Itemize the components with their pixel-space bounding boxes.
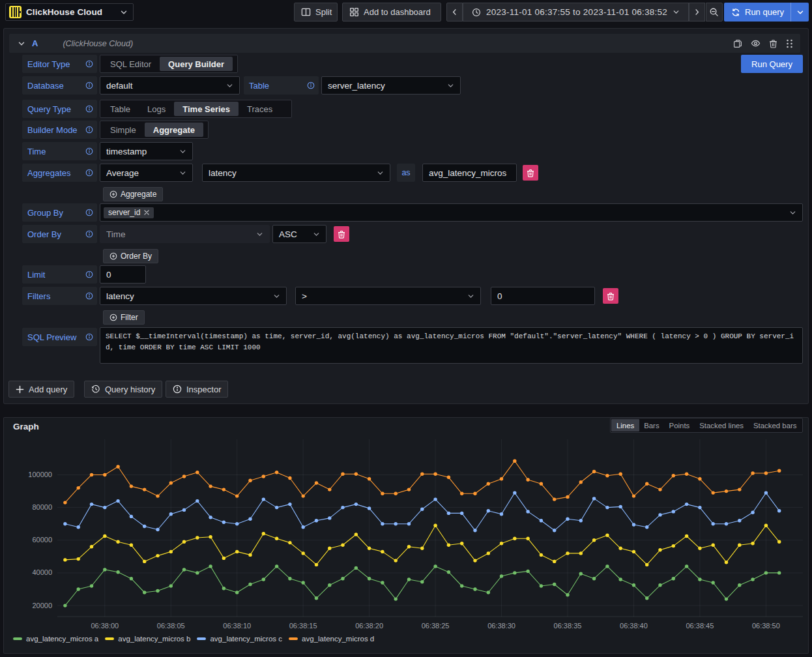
inspector-button[interactable]: Inspector: [166, 381, 228, 398]
query-type-label: Query Type: [22, 100, 97, 118]
add-order-by-button[interactable]: Order By: [103, 249, 158, 263]
filter-operator-select[interactable]: >: [295, 287, 481, 305]
svg-text:06:38:30: 06:38:30: [487, 622, 515, 630]
aggregate-alias-value: avg_latency_micros: [429, 168, 506, 178]
add-aggregate-button[interactable]: Aggregate: [103, 187, 163, 201]
run-query-label: Run query: [745, 7, 784, 17]
filter-field-select[interactable]: latency: [100, 287, 287, 305]
info-icon[interactable]: [85, 270, 93, 278]
aggregate-function-select[interactable]: Average: [100, 164, 193, 182]
hide-response-icon[interactable]: [751, 38, 761, 48]
aggregate-column-select[interactable]: latency: [202, 164, 390, 182]
info-icon[interactable]: [85, 126, 93, 134]
chevron-down-icon: [179, 148, 186, 155]
builder-mode-label: Builder Mode: [22, 121, 97, 139]
query-type-option-traces[interactable]: Traces: [239, 102, 281, 116]
graph-style-points[interactable]: Points: [664, 419, 695, 431]
limit-input[interactable]: 0: [100, 265, 146, 284]
query-editor-card: A (ClickHouse Cloud) Editor Type SQL Edi…: [3, 28, 809, 404]
graph-style-bars[interactable]: Bars: [639, 419, 664, 431]
info-icon[interactable]: [85, 147, 93, 155]
add-to-dashboard-button[interactable]: Add to dashboard: [342, 3, 441, 22]
info-icon[interactable]: [85, 333, 93, 341]
legend-item[interactable]: avg_latency_micros c: [197, 635, 282, 643]
collapse-query-icon[interactable]: [18, 40, 25, 48]
clock-icon: [472, 8, 481, 17]
time-column-value: timestamp: [106, 147, 147, 156]
query-type-switch: Table Logs Time Series Traces: [100, 100, 292, 118]
add-query-button[interactable]: Add query: [8, 381, 74, 398]
run-query-button[interactable]: Run query: [724, 3, 809, 22]
info-icon[interactable]: [85, 105, 93, 113]
svg-text:06:38:05: 06:38:05: [157, 622, 185, 630]
limit-label: Limit: [22, 265, 97, 284]
split-button[interactable]: Split: [294, 3, 338, 22]
graph-panel-title: Graph: [13, 422, 39, 431]
builder-mode-option-simple[interactable]: Simple: [102, 123, 145, 137]
info-icon[interactable]: [307, 81, 315, 89]
info-icon[interactable]: [85, 169, 93, 177]
legend-item[interactable]: avg_latency_micros d: [289, 635, 374, 643]
database-select[interactable]: default: [100, 76, 240, 95]
filters-label-text: Filters: [27, 291, 50, 301]
remove-aggregate-button[interactable]: [523, 165, 538, 181]
time-back-button[interactable]: [446, 3, 463, 22]
remove-query-icon[interactable]: [769, 39, 777, 48]
time-forward-button[interactable]: [689, 3, 705, 22]
duplicate-query-icon[interactable]: [733, 39, 742, 48]
svg-text:06:38:45: 06:38:45: [686, 622, 714, 630]
chevron-down-icon: [313, 231, 320, 238]
add-filter-button[interactable]: Filter: [103, 310, 145, 325]
group-by-tag-label: server_id: [108, 208, 140, 217]
group-by-select[interactable]: server_id: [100, 203, 803, 222]
info-icon[interactable]: [85, 230, 93, 238]
graph-style-stacked-bars[interactable]: Stacked bars: [749, 419, 802, 431]
info-icon[interactable]: [85, 60, 93, 68]
database-value: default: [106, 81, 133, 91]
query-type-option-table[interactable]: Table: [102, 102, 139, 116]
query-type-option-logs[interactable]: Logs: [139, 102, 174, 116]
group-by-tag[interactable]: server_id: [104, 207, 154, 218]
add-order-by-label: Order By: [121, 252, 152, 261]
editor-run-query-button[interactable]: Run Query: [741, 55, 803, 73]
legend-item[interactable]: avg_latency_micros a: [13, 635, 98, 643]
remove-tag-icon: [144, 210, 149, 215]
zoom-out-button[interactable]: [706, 3, 723, 22]
aggregate-alias-input[interactable]: avg_latency_micros: [422, 164, 517, 182]
legend-item[interactable]: avg_latency_micros b: [105, 635, 190, 643]
add-aggregate-label: Aggregate: [121, 190, 156, 199]
order-by-field-select[interactable]: Time: [100, 225, 270, 243]
graph-style-lines[interactable]: Lines: [611, 419, 639, 431]
legend-label: avg_latency_micros b: [118, 635, 190, 643]
drag-handle-icon[interactable]: [786, 39, 793, 48]
run-query-caret[interactable]: [791, 8, 809, 16]
aggregate-column-value: latency: [209, 168, 237, 178]
query-type-option-time-series[interactable]: Time Series: [174, 102, 239, 116]
editor-type-option-query-builder[interactable]: Query Builder: [160, 57, 233, 71]
chevron-down-icon: [447, 82, 454, 89]
datasource-picker[interactable]: ClickHouse Cloud: [5, 3, 134, 21]
explore-toolbar: ClickHouse Cloud Split Add to dashboard …: [0, 0, 812, 24]
remove-order-by-button[interactable]: [334, 226, 349, 242]
chevron-down-icon: [273, 293, 280, 300]
remove-filter-button[interactable]: [603, 288, 618, 304]
query-ref-id[interactable]: A: [32, 38, 38, 48]
editor-type-option-sql-editor[interactable]: SQL Editor: [102, 57, 160, 71]
info-icon[interactable]: [85, 81, 93, 89]
filter-value-input[interactable]: 0: [491, 287, 595, 305]
order-by-label-text: Order By: [27, 229, 61, 239]
time-range-picker[interactable]: 2023-11-01 06:37:55 to 2023-11-01 06:38:…: [463, 3, 689, 22]
svg-text:06:38:15: 06:38:15: [289, 622, 317, 630]
table-select[interactable]: server_latency: [321, 76, 461, 95]
info-icon[interactable]: [85, 292, 93, 300]
time-column-select[interactable]: timestamp: [100, 142, 193, 160]
order-by-direction-select[interactable]: ASC: [272, 225, 326, 243]
query-history-button[interactable]: Query history: [84, 381, 162, 398]
query-datasource-hint: (ClickHouse Cloud): [63, 39, 133, 48]
svg-text:20000: 20000: [32, 602, 52, 609]
builder-mode-option-aggregate[interactable]: Aggregate: [145, 123, 203, 137]
database-label-text: Database: [27, 81, 64, 91]
graph-style-stacked-lines[interactable]: Stacked lines: [695, 419, 749, 431]
timeseries-chart[interactable]: 2000040000600008000010000006:38:0006:38:…: [3, 417, 809, 652]
info-icon[interactable]: [85, 209, 93, 216]
